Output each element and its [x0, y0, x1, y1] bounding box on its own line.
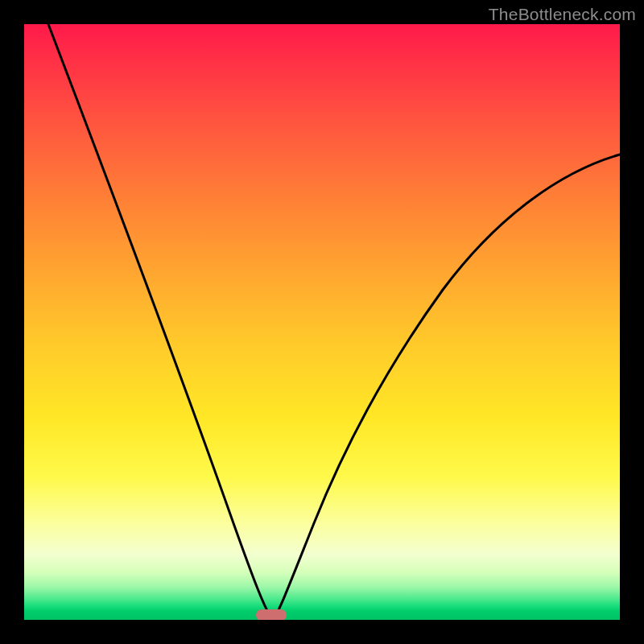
watermark-text: TheBottleneck.com: [489, 5, 636, 24]
curve-path: [48, 24, 620, 620]
bottleneck-curve: [24, 24, 620, 620]
plot-area: [24, 24, 620, 620]
chart-frame: TheBottleneck.com: [0, 0, 644, 644]
min-marker: [256, 609, 287, 620]
